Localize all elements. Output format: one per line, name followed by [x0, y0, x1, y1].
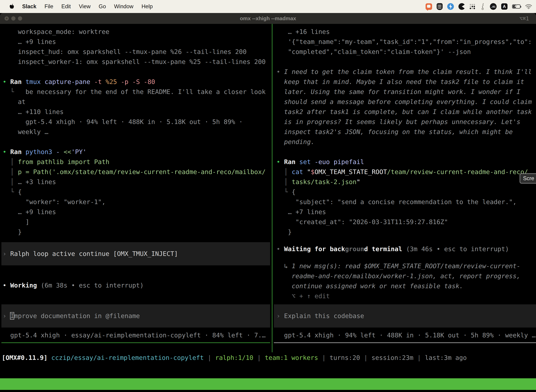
text-segment: capture-pane: [44, 78, 94, 85]
terminal-line: … +9 lines: [3, 207, 272, 217]
hook-icon[interactable]: [480, 3, 485, 10]
text-segment: 'PY': [71, 148, 86, 155]
text-segment: [OMX#0.11.9]: [2, 354, 51, 361]
text-segment: … +9 lines: [3, 38, 56, 45]
text-segment: |: [413, 354, 425, 361]
blank-line: [277, 254, 536, 261]
tmux-pane-left[interactable]: workspace_mode: worktree … +9 lines insp…: [0, 24, 272, 354]
text-cursor: I: [10, 312, 14, 319]
text-segment: at: [3, 98, 25, 105]
menu-item-view[interactable]: View: [79, 3, 91, 10]
text-segment: weekly …: [3, 128, 48, 135]
command-line: • Ran set -euo pipefail: [277, 157, 536, 167]
menu-item-go[interactable]: Go: [99, 3, 106, 10]
screen-tooltip[interactable]: Scre: [520, 173, 536, 183]
menu-item-file[interactable]: File: [44, 3, 53, 10]
text-segment: └: [3, 188, 18, 196]
text-segment: … +110 lines: [3, 108, 64, 115]
terminal-line: }: [277, 227, 536, 237]
text-segment: inspect_worker-1: omx sparkshell --tmux-…: [3, 58, 266, 65]
text-segment: •: [277, 68, 284, 75]
text-segment: … +3 lines: [18, 178, 56, 186]
text-segment: •: [3, 148, 10, 155]
text-segment: }: [277, 228, 292, 236]
text-segment: task2 after task1 is complete, but can I…: [277, 108, 532, 115]
text-segment: pending.: [277, 138, 315, 145]
text-segment: Ran: [10, 78, 25, 85]
text-segment: OMX_TEAM_STATE_ROOT: [315, 168, 387, 175]
battery-icon[interactable]: [512, 5, 521, 9]
text-segment: ralph:1/10: [215, 354, 254, 361]
text-segment: team:1 workers: [265, 354, 318, 361]
text-segment: Ran: [284, 158, 299, 165]
prompt-input[interactable]: › Explain this codebase: [274, 304, 536, 327]
zoom-button[interactable]: [18, 16, 22, 21]
terminal-line: }: [3, 227, 272, 237]
terminal-line: ]: [3, 217, 272, 227]
text-segment: ]: [3, 218, 29, 225]
terminal-line: should send a message before completing …: [277, 97, 536, 107]
terminal-line: "created_at": "2026-03-31T11:59:27.816Z": [277, 217, 536, 227]
text-segment: (6m 38s • esc to interrupt): [41, 282, 144, 289]
text-segment: │: [277, 168, 292, 175]
menu-item-edit[interactable]: Edit: [61, 3, 71, 10]
text-segment: is in progress? It seems likely but perh…: [277, 118, 520, 125]
text-segment: later. Using the same for transition mig…: [277, 88, 520, 95]
text-segment: Ran: [10, 148, 25, 155]
record-icon[interactable]: [459, 3, 465, 10]
text-segment: │: [3, 158, 18, 165]
menu-app-name[interactable]: Slack: [22, 3, 36, 10]
text-segment: "created_at": "2026-03-31T11:59:27.816Z": [277, 218, 448, 225]
tmux-session-label: [omx-cczip0:bash*: [1, 390, 66, 392]
blank-line: [3, 137, 272, 147]
text-segment: │: [3, 168, 18, 175]
tmux-pane-right[interactable]: … +16 lines '{"team_name":"my-team","tas…: [274, 24, 536, 354]
text-segment: gpt-5.4 xhigh · 94% left · 488K in · 5.1…: [277, 331, 536, 339]
chat-icon[interactable]: [426, 3, 432, 10]
wifi-icon[interactable]: [525, 4, 532, 9]
terminal-line: at: [3, 97, 272, 107]
menu-item-help[interactable]: Help: [142, 3, 153, 10]
bolt-badge-icon[interactable]: [447, 3, 454, 10]
window-titlebar[interactable]: omx --xhigh --madmax ⌥⌘1: [0, 13, 536, 24]
prompt-input[interactable]: › Improve documentation in @filename: [1, 304, 270, 327]
minimize-button[interactable]: [11, 16, 15, 21]
text-segment: -80: [144, 78, 155, 85]
terminal-line: inspect_hud: omx sparkshell --tmux-pane …: [3, 47, 272, 57]
apple-icon[interactable]: [9, 4, 14, 9]
text-segment: (3m 46s • esc to interrupt): [406, 245, 509, 252]
text-segment: │: [3, 178, 18, 186]
terminal-line: gpt-5.4 xhigh · 94% left · 488K in · 5.1…: [3, 117, 272, 127]
input-source-icon[interactable]: A: [501, 3, 507, 10]
security-grid-icon[interactable]: [437, 3, 443, 10]
text-segment: -: [56, 148, 63, 155]
terminal-line: … +7 lines: [277, 207, 536, 217]
omx-status-line: [OMX#0.11.9] cczip/essay/ai-reimplementa…: [0, 353, 536, 363]
pane-divider[interactable]: [272, 24, 273, 352]
terminal-line: continue assigned work or next feasible …: [277, 281, 536, 291]
text-segment: workspace_mode: worktree: [3, 28, 109, 35]
text-segment: "completed","claim_token":"claim-token"}…: [277, 48, 471, 55]
text-segment: |: [360, 354, 371, 361]
text-segment: •: [277, 158, 284, 165]
terminal-line: └ {: [277, 187, 536, 197]
badge-61-icon[interactable]: ..61: [490, 3, 497, 10]
close-button[interactable]: [5, 16, 9, 21]
terminal-line: weekly …: [3, 127, 272, 137]
text-segment: └: [3, 88, 25, 95]
text-segment: be necessary for the end of the README. …: [25, 88, 266, 95]
text-segment: ⌥ + ↑ edit: [277, 292, 330, 300]
text-segment: |: [254, 354, 265, 361]
terminal-line: └ {: [3, 187, 272, 197]
terminal-line: keep that in mind. Maybe I also need the…: [277, 77, 536, 87]
thinking-line: • I need to get the claim token from the…: [277, 67, 536, 77]
terminal-line: └ be necessary for the end of the README…: [3, 87, 272, 97]
menu-item-window[interactable]: Window: [114, 3, 133, 10]
dots-grid-icon[interactable]: [470, 4, 475, 9]
terminal-line: "worker": "worker-1",: [3, 197, 272, 207]
terminal-line: later. Using the same for transition mig…: [277, 87, 536, 97]
inject-banner[interactable]: › Ralph loop active continue [OMX_TMUX_I…: [1, 242, 270, 265]
text-segment: -euo pipefail: [315, 158, 364, 165]
text-segment: -p: [121, 78, 132, 85]
text-segment: ↳: [277, 262, 292, 270]
